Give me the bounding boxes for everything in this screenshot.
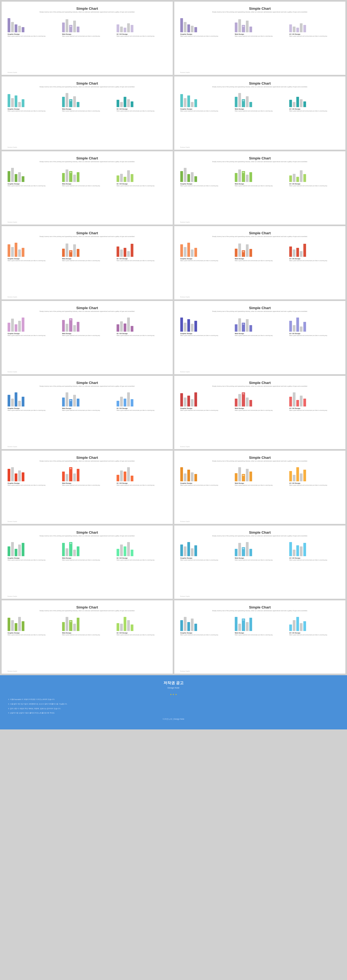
bar (124, 97, 126, 107)
slide-subtitle: Simply dummy text of the printing and ty… (8, 535, 167, 537)
bar (18, 321, 21, 332)
chart-section-2: UI / UX DesignMake a great statement and… (116, 615, 167, 636)
bar-group: We (62, 166, 112, 182)
bar (235, 617, 237, 631)
section-label: Web Design (235, 333, 285, 334)
bar-group: We (62, 390, 112, 406)
bar (14, 174, 18, 182)
bar-group: We (62, 91, 112, 107)
chart-section-2: UI / UX DesignMake a great statement and… (289, 390, 339, 412)
bar (8, 94, 10, 107)
bar (11, 247, 14, 257)
bar-group (116, 390, 167, 406)
section-desc: Make a great statement and communicate y… (62, 559, 112, 561)
section-desc: Make a great statement and communicate y… (289, 485, 339, 487)
bar (124, 323, 126, 332)
bar (120, 250, 123, 257)
bar-group: We (235, 615, 285, 631)
bar-group (180, 16, 231, 32)
bar (73, 624, 76, 631)
bar (303, 244, 306, 257)
bar-group: We (235, 465, 285, 481)
section-label: Graphic Design (8, 33, 58, 35)
bar (303, 399, 306, 406)
bar (131, 399, 134, 406)
slide-title: Simple Chart (180, 530, 339, 535)
bar: We (69, 399, 72, 406)
chart-section-2: UI / UX DesignMake a great statement and… (116, 465, 167, 487)
bar (191, 172, 194, 182)
chart-section-1: WeWeb DesignMake a great statement and c… (235, 315, 285, 337)
section-label: Web Design (235, 183, 285, 185)
bar (180, 244, 183, 257)
bar (238, 543, 241, 556)
charts-row: Graphic DesignMake a great statement and… (8, 91, 167, 112)
bar (300, 326, 302, 332)
bar (77, 172, 80, 182)
bar (238, 318, 241, 332)
bar (246, 96, 248, 107)
bar (14, 243, 18, 257)
bar (184, 247, 186, 257)
bar (293, 174, 296, 182)
bar (124, 472, 126, 481)
bar (303, 25, 306, 32)
bar (127, 251, 130, 257)
section-label: Web Design (235, 482, 285, 484)
charts-row: Graphic DesignMake a great statement and… (180, 390, 339, 412)
section-desc: Make a great statement and communicate y… (8, 110, 58, 112)
bar-group (8, 16, 58, 32)
slide-subtitle: Simply dummy text of the printing and ty… (8, 86, 167, 88)
bar-group (289, 91, 339, 107)
slide-subtitle: Simply dummy text of the printing and ty… (8, 11, 167, 13)
bar (8, 244, 10, 257)
section-desc: Make a great statement and communicate y… (235, 335, 285, 337)
chart-section-2: UI / UX DesignMake a great statement and… (289, 91, 339, 112)
bar (246, 398, 248, 406)
bar (127, 99, 130, 107)
bar (127, 392, 130, 406)
section-desc: Make a great statement and communicate y… (116, 110, 167, 112)
chart-section-0: Graphic DesignMake a great statement and… (180, 315, 231, 337)
bar (184, 474, 186, 481)
section-desc: Make a great statement and communicate y… (8, 335, 58, 337)
bar (131, 102, 134, 107)
section-desc: Make a great statement and communicate y… (180, 485, 231, 487)
bar (250, 549, 252, 556)
bar (116, 549, 119, 556)
bar-group (180, 540, 231, 556)
section-desc: Make a great statement and communicate y… (180, 110, 231, 112)
bar (65, 392, 68, 406)
section-desc: Make a great statement and communicate y… (8, 634, 58, 636)
section-label: UI / UX Design (289, 407, 339, 409)
chart-section-0: Graphic DesignMake a great statement and… (8, 465, 58, 487)
chart-section-2: UI / UX DesignMake a great statement and… (289, 16, 339, 37)
bar (250, 172, 252, 182)
section-label: Graphic Design (180, 557, 231, 559)
bar (184, 323, 186, 332)
chart-section-1: WeWeb DesignMake a great statement and c… (62, 615, 112, 636)
section-label: Graphic Design (180, 183, 231, 185)
bar (293, 620, 296, 631)
slide-footer: Business Graphic (180, 371, 190, 372)
bar (22, 248, 24, 257)
bar (296, 97, 299, 107)
chart-section-0: Graphic DesignMake a great statement and… (180, 540, 231, 561)
charts-row: Graphic DesignMake a great statement and… (180, 315, 339, 337)
section-desc: Make a great statement and communicate y… (289, 185, 339, 187)
bar (235, 97, 237, 107)
section-label: Graphic Design (8, 333, 58, 334)
slide-1: Simple ChartSimply dummy text of the pri… (2, 2, 173, 75)
chart-section-0: Graphic DesignMake a great statement and… (180, 615, 231, 636)
bar-group (116, 315, 167, 332)
section-label: Graphic Design (8, 407, 58, 409)
slide-title: Simple Chart (8, 605, 167, 609)
slide-subtitle: Simply dummy text of the printing and ty… (180, 460, 339, 462)
chart-section-2: UI / UX DesignMake a great statement and… (289, 540, 339, 561)
bar (22, 397, 24, 406)
section-desc: Make a great statement and communicate y… (180, 410, 231, 412)
bar (11, 467, 14, 481)
slide-subtitle: Simply dummy text of the printing and ty… (180, 161, 339, 163)
slide-footer: Business Graphic (8, 596, 17, 597)
bar (250, 618, 252, 631)
